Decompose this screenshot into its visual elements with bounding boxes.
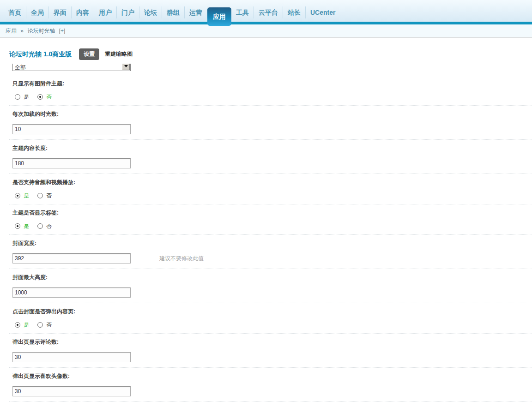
radio-group: 是 否 — [15, 322, 532, 328]
radio-option-no[interactable]: 否 — [37, 222, 52, 230]
nav-item-group[interactable]: 群组 — [162, 6, 185, 18]
breadcrumb-page: 论坛时光轴 — [27, 28, 55, 34]
breadcrumb: 应用 » 论坛时光轴 [+] — [0, 24, 532, 38]
forum-scope-select-value: 全部 — [15, 64, 26, 71]
radio-option-yes[interactable]: 是 — [15, 192, 29, 200]
cover-width-input[interactable] — [12, 253, 131, 263]
settings-button[interactable]: 设置 — [79, 48, 99, 60]
setting-hint: 建议不要修改此值 — [159, 255, 204, 263]
setting-label: 只显示有图附件主题: — [12, 80, 532, 87]
breadcrumb-expand-toggle[interactable]: [+] — [59, 28, 66, 34]
nav-item-cloud[interactable]: 云平台 — [254, 6, 283, 18]
radio-option-yes[interactable]: 是 — [15, 93, 29, 101]
breadcrumb-section[interactable]: 应用 — [6, 28, 17, 34]
setting-row-popup-comments: 弹出页显示评论数: — [9, 334, 532, 368]
nav-item-app-active[interactable]: 应用 — [207, 7, 231, 26]
setting-label: 是否支持音频和视频播放: — [12, 179, 532, 186]
content-length-input[interactable] — [12, 158, 131, 168]
nav-item-webmaster[interactable]: 站长 — [283, 6, 306, 18]
radio-label: 否 — [46, 222, 52, 230]
forum-scope-row: 全部 — [9, 64, 532, 75]
setting-label: 弹出页显示喜欢头像数: — [12, 373, 532, 380]
nav-item-operation[interactable]: 运营 — [185, 6, 207, 18]
nav-item-interface[interactable]: 界面 — [49, 6, 72, 18]
radio-option-no[interactable]: 否 — [37, 321, 52, 329]
radio-icon[interactable] — [15, 223, 20, 229]
setting-row-popup-like-avatars: 弹出页显示喜欢头像数: — [9, 368, 532, 402]
setting-label: 封面最大高度: — [12, 274, 532, 281]
radio-icon[interactable] — [15, 94, 20, 100]
radio-icon[interactable] — [15, 193, 20, 198]
setting-row-load-count: 每次加载的时光数: — [9, 106, 532, 140]
setting-row-media-playback: 是否支持音频和视频播放: 是 否 — [9, 174, 532, 204]
radio-icon[interactable] — [37, 322, 43, 328]
radio-option-no[interactable]: 否 — [37, 93, 52, 101]
page-header: 论坛时光轴 1.0商业版 设置 重建缩略图 — [0, 38, 532, 60]
setting-label: 封面宽度: — [12, 240, 532, 247]
nav-item-home[interactable]: 首页 — [4, 6, 26, 18]
forum-scope-select-clipped: 全部 — [12, 64, 132, 71]
page-title: 论坛时光轴 1.0商业版 — [9, 50, 72, 59]
setting-row-content-length: 主题内容长度: — [9, 140, 532, 174]
radio-group: 是 否 — [15, 94, 532, 100]
radio-option-no[interactable]: 否 — [37, 192, 52, 200]
radio-option-yes[interactable]: 是 — [15, 222, 29, 230]
load-count-input[interactable] — [12, 124, 131, 134]
setting-label: 主题内容长度: — [12, 145, 532, 152]
setting-row-cover-max-height: 封面最大高度: — [9, 269, 532, 303]
radio-label: 是 — [24, 222, 29, 230]
setting-label: 点击封面是否弹出内容页: — [12, 308, 532, 315]
setting-row-cover-width: 封面宽度: 建议不要修改此值 — [9, 235, 532, 269]
top-navbar: 首页 全局 界面 内容 用户 门户 论坛 群组 运营 应用 工具 云平台 站长 … — [0, 0, 532, 22]
nav-item-global[interactable]: 全局 — [26, 6, 49, 18]
radio-label: 否 — [46, 321, 52, 329]
setting-label: 主题是否显示标签: — [12, 209, 532, 216]
radio-label: 是 — [24, 192, 29, 200]
radio-option-yes[interactable]: 是 — [15, 321, 29, 329]
radio-label: 否 — [46, 93, 52, 101]
radio-group: 是 否 — [15, 223, 532, 229]
nav-item-user[interactable]: 用户 — [94, 6, 117, 18]
radio-label: 是 — [24, 321, 29, 329]
nav-item-ucenter[interactable]: UCenter — [306, 6, 340, 18]
forum-scope-select[interactable]: 全部 — [12, 64, 131, 71]
setting-row-show-tags: 主题是否显示标签: 是 否 — [9, 204, 532, 235]
radio-icon[interactable] — [15, 322, 20, 328]
nav-item-forum[interactable]: 论坛 — [139, 6, 162, 18]
setting-label: 弹出页显示评论数: — [12, 339, 532, 346]
radio-label: 是 — [24, 93, 29, 101]
nav-item-portal[interactable]: 门户 — [117, 6, 139, 18]
popup-comment-count-input[interactable] — [12, 352, 131, 362]
dropdown-arrow-icon — [124, 65, 128, 67]
radio-icon[interactable] — [37, 193, 43, 198]
radio-icon[interactable] — [37, 223, 43, 229]
dropdown-button[interactable] — [122, 64, 130, 70]
radio-icon[interactable] — [37, 94, 43, 100]
breadcrumb-separator-icon: » — [20, 28, 24, 34]
nav-item-content[interactable]: 内容 — [72, 6, 94, 18]
nav-item-tools[interactable]: 工具 — [231, 6, 254, 18]
cover-max-height-input[interactable] — [12, 287, 131, 298]
setting-row-image-only: 只显示有图附件主题: 是 否 — [9, 75, 532, 106]
setting-row-partial: 显示大图: — [9, 402, 532, 407]
rebuild-thumbnail-link[interactable]: 重建缩略图 — [105, 50, 133, 58]
radio-label: 否 — [46, 192, 52, 200]
popup-like-avatar-count-input[interactable] — [12, 386, 131, 396]
settings-form: 全部 只显示有图附件主题: 是 否 每次加载的时光数: 主题内容长度: 是否支持… — [9, 64, 532, 407]
setting-row-popup-on-click: 点击封面是否弹出内容页: 是 否 — [9, 303, 532, 334]
radio-group: 是 否 — [15, 192, 532, 199]
setting-label: 每次加载的时光数: — [12, 111, 532, 118]
